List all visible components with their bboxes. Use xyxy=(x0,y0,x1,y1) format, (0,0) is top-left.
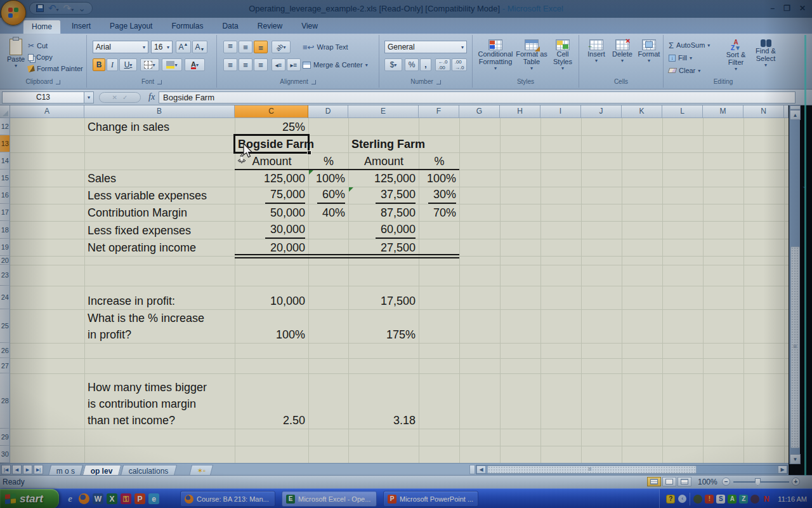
scroll-up-button[interactable]: ▲ xyxy=(790,110,801,120)
worksheet-grid[interactable]: ABCDEFGHIJKLMN12131415161718192023242526… xyxy=(0,105,789,463)
horizontal-scrollbar[interactable]: ◀ ▶ xyxy=(476,465,788,474)
row-header-19[interactable]: 19 xyxy=(0,239,10,256)
page-break-view-button[interactable] xyxy=(678,477,691,486)
cell-E13[interactable]: Sterling Farm xyxy=(349,136,425,152)
cell-F14[interactable]: % xyxy=(419,153,459,170)
cell-B28[interactable]: How many times bigger is contribution ma… xyxy=(85,374,235,429)
row-header-29[interactable]: 29 xyxy=(0,429,10,446)
outlook-express-icon[interactable]: e xyxy=(148,493,159,504)
shrink-font-button[interactable]: A▼ xyxy=(192,41,207,53)
tray-antivirus-icon[interactable]: A xyxy=(728,495,737,504)
row-header-16[interactable]: 16 xyxy=(0,187,10,204)
format-painter-button[interactable]: Format Painter xyxy=(28,63,83,74)
column-header-N[interactable]: N xyxy=(743,105,784,118)
vertical-scrollbar[interactable]: ▲ ▼ xyxy=(789,105,800,464)
cell-B16[interactable]: Less variable expenses xyxy=(85,187,235,204)
internet-explorer-icon[interactable]: e xyxy=(65,493,75,504)
cell-E24[interactable]: 17,500 xyxy=(349,286,419,309)
task-button-firefox[interactable]: Course: BA 213: Man... xyxy=(180,491,275,507)
sort-filter-button[interactable]: AZ▼ Sort & Filter▾ xyxy=(722,39,750,72)
column-header-K[interactable]: K xyxy=(622,105,662,118)
task-button-excel[interactable]: EMicrosoft Excel - Ope... xyxy=(282,491,377,507)
cell-C18[interactable]: 30,000 xyxy=(235,222,308,239)
cell-E25[interactable]: 175% xyxy=(349,310,419,343)
cell-E17[interactable]: 87,500 xyxy=(349,204,419,221)
ribbon-tab-page-layout[interactable]: Page Layout xyxy=(102,20,160,34)
cell-styles-button[interactable]: Cell Styles▾ xyxy=(549,39,577,71)
conditional-formatting-button[interactable]: Conditional Formatting▾ xyxy=(476,39,514,71)
find-select-button[interactable]: Find & Select▾ xyxy=(751,39,780,68)
italic-button[interactable]: I xyxy=(107,58,118,71)
cell-E16[interactable]: 37,500 xyxy=(349,187,419,204)
sheet-tab-calculations[interactable]: calculations xyxy=(121,465,177,476)
tray-z-icon[interactable]: Z xyxy=(739,495,748,504)
cell-C24[interactable]: 10,000 xyxy=(235,286,308,309)
column-header-J[interactable]: J xyxy=(581,105,622,118)
clear-button[interactable]: Clear▾ xyxy=(669,65,700,76)
cell-B15[interactable]: Sales xyxy=(85,170,235,187)
currency-format-button[interactable]: $▾ xyxy=(384,58,402,71)
fill-button[interactable]: ↓Fill▾ xyxy=(669,52,692,64)
ribbon-tab-view[interactable]: View xyxy=(293,20,326,34)
row-header-18[interactable]: 18 xyxy=(0,221,10,239)
page-layout-view-button[interactable] xyxy=(662,477,676,486)
insert-worksheet-tab[interactable]: ✶▫ xyxy=(189,465,213,476)
format-cells-button[interactable]: Format▾ xyxy=(636,39,662,64)
key-icon[interactable]: ⚿ xyxy=(121,493,131,504)
minimize-button[interactable]: – xyxy=(770,4,775,13)
powerpoint-icon[interactable]: P xyxy=(134,493,145,504)
name-box[interactable]: C13 xyxy=(2,91,84,104)
middle-align-button[interactable]: ≡ xyxy=(239,41,252,53)
alignment-dialog-launcher[interactable] xyxy=(311,80,316,84)
format-as-table-button[interactable]: Format as Table▾ xyxy=(516,39,547,71)
office-button[interactable] xyxy=(1,0,26,25)
borders-button[interactable]: ▾ xyxy=(140,58,159,71)
cell-D15[interactable]: 100% xyxy=(309,170,348,187)
decrease-indent-button[interactable]: ◂≡ xyxy=(272,58,285,71)
scroll-down-button[interactable]: ▼ xyxy=(790,454,801,464)
clipboard-dialog-launcher[interactable] xyxy=(56,80,60,84)
wrap-text-button[interactable]: ≡↩Wrap Text xyxy=(303,41,348,53)
underline-button[interactable]: U▾ xyxy=(119,58,137,71)
cell-E28[interactable]: 3.18 xyxy=(349,374,419,429)
word-icon[interactable]: W xyxy=(93,493,103,504)
next-sheet-button[interactable]: ▶ xyxy=(23,465,32,474)
scroll-left-button[interactable]: ◀ xyxy=(476,465,486,474)
number-format-select[interactable]: General▾ xyxy=(384,41,467,53)
font-family-select[interactable]: Arial▾ xyxy=(93,41,148,53)
select-all-corner[interactable] xyxy=(0,105,10,118)
delete-cells-button[interactable]: ✕ Delete▾ xyxy=(610,39,635,64)
row-header-23[interactable]: 23 xyxy=(0,265,10,286)
increase-decimal-button[interactable]: ←.0.00 xyxy=(435,58,450,71)
name-box-dropdown[interactable]: ▾ xyxy=(84,91,94,104)
font-dialog-launcher[interactable] xyxy=(157,80,162,84)
align-right-button[interactable]: ≡ xyxy=(254,58,268,71)
column-header-B[interactable]: B xyxy=(84,105,235,118)
row-header-12[interactable]: 12 xyxy=(0,118,10,135)
row-header-26[interactable]: 26 xyxy=(0,343,10,358)
restore-button[interactable]: ❐ xyxy=(783,4,790,13)
cell-D14[interactable]: % xyxy=(309,153,348,170)
cell-B17[interactable]: Contribution Margin xyxy=(85,204,235,221)
excel-icon[interactable]: X xyxy=(107,493,117,504)
number-dialog-launcher[interactable] xyxy=(436,80,441,84)
cut-button[interactable]: ✂Cut xyxy=(28,40,83,51)
tray-help-icon[interactable]: ? xyxy=(666,495,675,504)
last-sheet-button[interactable]: ▶| xyxy=(34,465,43,474)
orientation-button[interactable]: ab▾ xyxy=(272,41,291,53)
horizontal-scroll-thumb[interactable] xyxy=(487,465,697,474)
column-header-D[interactable]: D xyxy=(308,105,348,118)
ribbon-tab-review[interactable]: Review xyxy=(249,20,291,34)
zoom-in-button[interactable]: + xyxy=(792,478,800,486)
insert-function-button[interactable]: fx xyxy=(145,92,159,102)
column-header-M[interactable]: M xyxy=(703,105,743,118)
firefox-icon[interactable] xyxy=(79,493,89,504)
sheet-tab-m-o-s[interactable]: m o s xyxy=(48,465,84,476)
copy-button[interactable]: Copy xyxy=(28,51,83,63)
tray-media-icon[interactable] xyxy=(750,495,759,504)
column-header-E[interactable]: E xyxy=(348,105,419,118)
cell-C16[interactable]: 75,000 xyxy=(235,187,308,204)
bottom-align-button[interactable]: ≡ xyxy=(254,41,268,53)
selection-fill-handle[interactable] xyxy=(307,150,311,155)
row-header-28[interactable]: 28 xyxy=(0,373,10,429)
